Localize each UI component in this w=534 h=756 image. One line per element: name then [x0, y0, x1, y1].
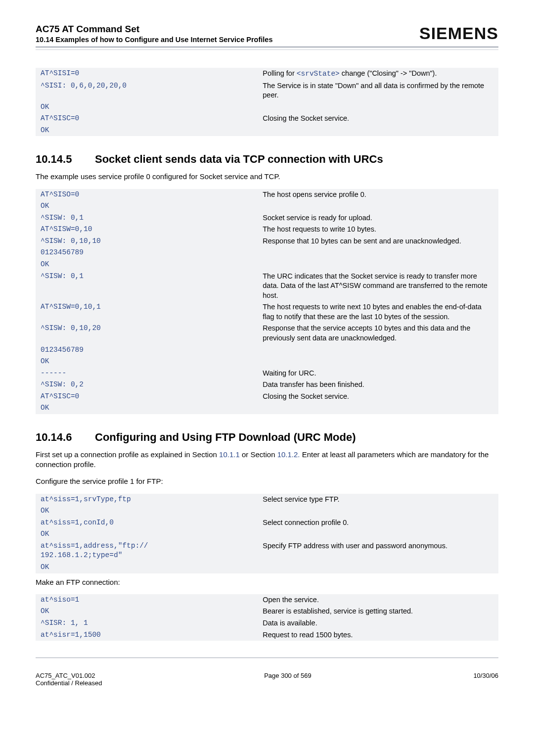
code-cell: AT^SISC=0: [36, 113, 258, 125]
table-row: OK: [36, 562, 498, 573]
code-cell: OK: [36, 356, 258, 368]
code-cell: OK: [36, 200, 258, 212]
desc-cell: The host opens service profile 0.: [258, 189, 498, 201]
table-row: ^SISW: 0,1The URC indicates that the Soc…: [36, 271, 498, 302]
table-row: OK: [36, 505, 498, 517]
desc-cell: Closing the Socket service.: [258, 391, 498, 403]
table-row: ^SISW: 0,10,20Response that the service …: [36, 323, 498, 344]
table-row: OK: [36, 356, 498, 368]
table-row: AT^SISC=0Closing the Socket service.: [36, 391, 498, 403]
code-cell: ^SISR: 1, 1: [36, 617, 258, 629]
table-row: 0123456789: [36, 344, 498, 356]
table-row: at^siss=1,conId,0Select connection profi…: [36, 517, 498, 529]
section-link-10-1-1[interactable]: 10.1.1: [219, 450, 240, 459]
intro-text: First set up a connection profile as exp…: [36, 450, 219, 459]
doc-title: AC75 AT Command Set: [36, 24, 272, 35]
table-row: ^SISR: 1, 1Data is available.: [36, 617, 498, 629]
brand-logo: SIEMENS: [419, 24, 498, 43]
section-intro: The example uses service profile 0 confi…: [36, 172, 498, 182]
code-cell: ^SISI: 0,6,0,20,20,0: [36, 80, 258, 101]
table-row: OK: [36, 259, 498, 271]
desc-cell: Polling for <srvState> change ("Closing"…: [258, 68, 498, 80]
table-row: ^SISW: 0,10,10Response that 10 bytes can…: [36, 236, 498, 247]
code-cell: at^siss=1,srvType,ftp: [36, 494, 258, 506]
desc-cell: [258, 402, 498, 414]
code-cell: 0123456789: [36, 247, 258, 259]
table-row: ^SISW: 0,2Data transfer has been finishe…: [36, 379, 498, 391]
code-cell: OK: [36, 125, 258, 137]
example-table-sec2b: at^siso=1Open the service. OKBearer is e…: [36, 594, 498, 641]
code-cell: AT^SISW=0,10,1: [36, 301, 258, 323]
code-cell: OK: [36, 606, 258, 617]
table-row: AT^SISW=0,10,1The host requests to write…: [36, 301, 498, 323]
desc-cell: [258, 344, 498, 356]
desc-text: Polling for: [263, 69, 297, 77]
code-cell: AT^SISO=0: [36, 189, 258, 201]
code-cell: OK: [36, 101, 258, 113]
desc-cell: Waiting for URC.: [258, 368, 498, 379]
desc-cell: Response that 10 bytes can be sent and a…: [258, 236, 498, 247]
intro-text: or Section: [240, 450, 277, 459]
footer-left: AC75_ATC_V01.002 Confidential / Released: [36, 672, 102, 687]
code-cell: AT^SISI=0: [36, 68, 258, 80]
code-cell: AT^SISW=0,10: [36, 224, 258, 236]
desc-cell: The host requests to write next 10 bytes…: [258, 301, 498, 323]
desc-cell: Select service type FTP.: [258, 494, 498, 506]
table-row: OK: [36, 125, 498, 137]
desc-cell: Select connection profile 0.: [258, 517, 498, 529]
desc-cell: [258, 125, 498, 137]
section-link-10-1-2[interactable]: 10.1.2.: [277, 450, 300, 459]
footer-doc-id: AC75_ATC_V01.002: [36, 672, 102, 679]
desc-cell: Closing the Socket service.: [258, 113, 498, 125]
page-header: AC75 AT Command Set 10.14 Examples of ho…: [36, 24, 498, 47]
table-row: AT^SISC=0 Closing the Socket service.: [36, 113, 498, 125]
table-row: at^siss=1,srvType,ftpSelect service type…: [36, 494, 498, 506]
desc-cell: [258, 562, 498, 573]
code-cell: OK: [36, 562, 258, 573]
desc-cell: [258, 101, 498, 113]
desc-cell: The Service is in state "Down" and all d…: [258, 80, 498, 101]
example-table-sec1: AT^SISO=0The host opens service profile …: [36, 189, 498, 414]
doc-subtitle: 10.14 Examples of how to Configure and U…: [36, 36, 272, 44]
table-row: OK: [36, 200, 498, 212]
desc-cell: Response that the service accepts 10 byt…: [258, 323, 498, 344]
table-row: 0123456789: [36, 247, 498, 259]
table-row: AT^SISO=0The host opens service profile …: [36, 189, 498, 201]
section-number: 10.14.5: [36, 153, 95, 166]
table-row: at^siso=1Open the service.: [36, 594, 498, 606]
table-row: at^siss=1,address,"ftp:// 192.168.1.2;ty…: [36, 540, 498, 562]
code-cell: OK: [36, 505, 258, 517]
code-cell: AT^SISC=0: [36, 391, 258, 403]
table-row: ------Waiting for URC.: [36, 368, 498, 379]
desc-cell: Open the service.: [258, 594, 498, 606]
section-intro: First set up a connection profile as exp…: [36, 450, 498, 470]
header-left: AC75 AT Command Set 10.14 Examples of ho…: [36, 24, 272, 44]
code-cell: at^siso=1: [36, 594, 258, 606]
table-row: OKBearer is established, service is gett…: [36, 606, 498, 617]
header-underline: [36, 49, 498, 50]
desc-cell: Bearer is established, service is gettin…: [258, 606, 498, 617]
desc-cell: [258, 200, 498, 212]
table-row: AT^SISI=0 Polling for <srvState> change …: [36, 68, 498, 80]
code-cell: at^sisr=1,1500: [36, 629, 258, 641]
code-cell: 0123456789: [36, 344, 258, 356]
code-cell: ^SISW: 0,10,10: [36, 236, 258, 247]
desc-cell: [258, 259, 498, 271]
code-cell: ------: [36, 368, 258, 379]
code-cell: OK: [36, 402, 258, 414]
code-cell: OK: [36, 528, 258, 540]
page-footer: AC75_ATC_V01.002 Confidential / Released…: [36, 672, 498, 687]
table-row: AT^SISW=0,10The host requests to write 1…: [36, 224, 498, 236]
desc-cell: Specify FTP address with user and passwo…: [258, 540, 498, 562]
desc-cell: Data is available.: [258, 617, 498, 629]
srvstate-link[interactable]: <srvState>: [297, 70, 340, 78]
code-cell: OK: [36, 259, 258, 271]
table-row: ^SISI: 0,6,0,20,20,0 The Service is in s…: [36, 80, 498, 101]
desc-cell: [258, 356, 498, 368]
desc-cell: Request to read 1500 bytes.: [258, 629, 498, 641]
footer-right: 10/30/06: [473, 672, 498, 687]
code-cell: ^SISW: 0,1: [36, 271, 258, 302]
desc-cell: [258, 528, 498, 540]
sub-caption: Make an FTP connection:: [36, 577, 498, 587]
table-row: OK: [36, 402, 498, 414]
